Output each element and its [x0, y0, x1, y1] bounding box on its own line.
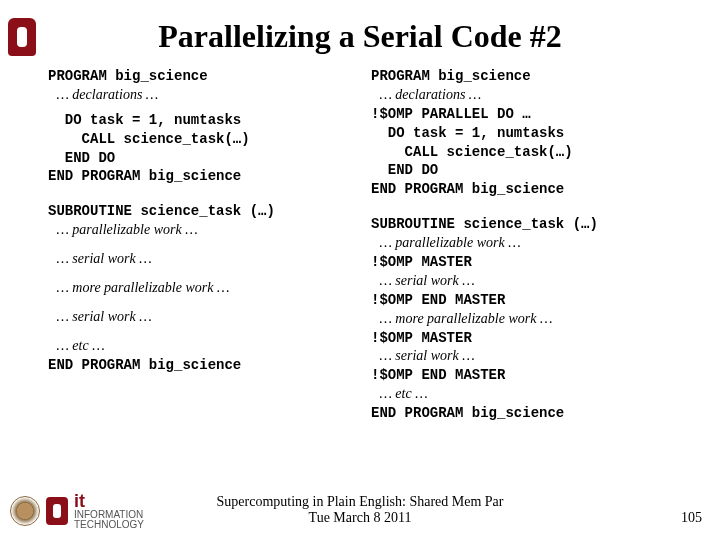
footer-text: Supercomputing in Plain English: Shared …	[0, 494, 720, 526]
code-line: … parallelizable work …	[371, 234, 684, 253]
footer-line-2: Tue March 8 2011	[309, 510, 412, 525]
left-program-block: PROGRAM big_science … declarations … DO …	[48, 67, 361, 186]
code-line: … declarations …	[371, 86, 684, 105]
code-line: … more parallelizable work …	[48, 279, 361, 298]
code-line: END DO	[371, 161, 684, 180]
code-line: PROGRAM big_science	[48, 67, 361, 86]
code-line: … serial work …	[371, 347, 684, 366]
code-line: SUBROUTINE science_task (…)	[48, 202, 361, 221]
code-line: SUBROUTINE science_task (…)	[371, 215, 684, 234]
right-column: PROGRAM big_science … declarations … !$O…	[371, 67, 684, 439]
code-line: … declarations …	[48, 86, 361, 105]
code-line: … serial work …	[371, 272, 684, 291]
code-line: DO task = 1, numtasks	[48, 111, 361, 130]
code-line: CALL science_task(…)	[48, 130, 361, 149]
code-columns: PROGRAM big_science … declarations … DO …	[0, 67, 720, 439]
slide-title: Parallelizing a Serial Code #2	[0, 18, 720, 55]
code-line: !$OMP MASTER	[371, 329, 684, 348]
left-subroutine-block: SUBROUTINE science_task (…) … paralleliz…	[48, 202, 361, 374]
code-line: … serial work …	[48, 308, 361, 327]
code-line: !$OMP PARALLEL DO …	[371, 105, 684, 124]
footer-line-1: Supercomputing in Plain English: Shared …	[217, 494, 504, 509]
code-line: … serial work …	[48, 250, 361, 269]
code-line: END DO	[48, 149, 361, 168]
code-line: CALL science_task(…)	[371, 143, 684, 162]
code-line: !$OMP END MASTER	[371, 291, 684, 310]
code-line: END PROGRAM big_science	[371, 404, 684, 423]
left-column: PROGRAM big_science … declarations … DO …	[48, 67, 361, 439]
code-line: END PROGRAM big_science	[371, 180, 684, 199]
code-line: !$OMP MASTER	[371, 253, 684, 272]
code-line: !$OMP END MASTER	[371, 366, 684, 385]
page-number: 105	[681, 510, 702, 526]
code-line: PROGRAM big_science	[371, 67, 684, 86]
right-program-block: PROGRAM big_science … declarations … !$O…	[371, 67, 684, 199]
code-line: … etc …	[48, 337, 361, 356]
code-line: END PROGRAM big_science	[48, 356, 361, 375]
right-subroutine-block: SUBROUTINE science_task (…) … paralleliz…	[371, 215, 684, 423]
code-line: … more parallelizable work …	[371, 310, 684, 329]
code-line: DO task = 1, numtasks	[371, 124, 684, 143]
ou-logo	[8, 18, 40, 62]
code-line: … parallelizable work …	[48, 221, 361, 240]
code-line: END PROGRAM big_science	[48, 167, 361, 186]
code-line: … etc …	[371, 385, 684, 404]
